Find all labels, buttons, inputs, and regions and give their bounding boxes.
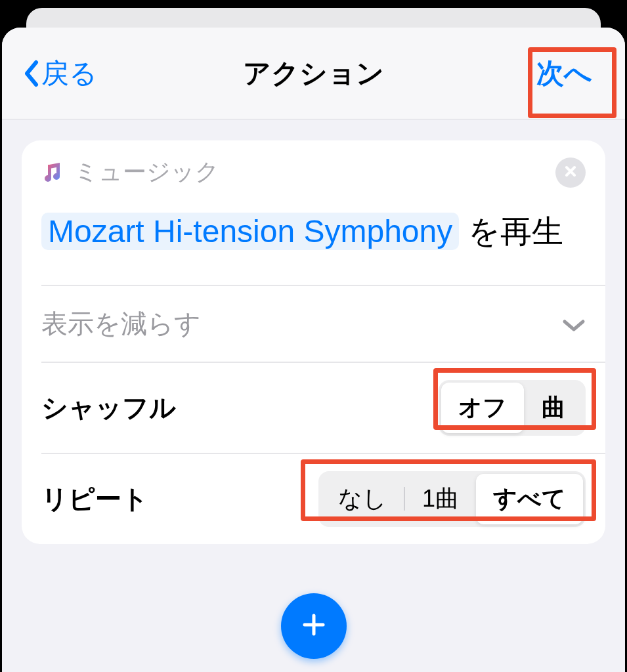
show-less-label: 表示を減らす — [41, 306, 201, 342]
card-header: ミュージック — [22, 140, 605, 200]
app-name-label: ミュージック — [74, 156, 219, 188]
highlight-annotation — [528, 47, 616, 118]
action-card: ミュージック Mozart Hi-tension Symphony を再生 表示… — [22, 140, 605, 544]
chevron-left-icon — [22, 59, 40, 88]
shuffle-option-songs[interactable]: 曲 — [524, 383, 583, 433]
music-icon — [41, 161, 65, 184]
add-action-button[interactable] — [281, 593, 347, 659]
repeat-segmented-control[interactable]: なし 1曲 すべて — [318, 471, 586, 527]
repeat-option-none[interactable]: なし — [321, 474, 404, 524]
chevron-down-icon — [562, 309, 586, 339]
repeat-label: リピート — [41, 481, 148, 517]
play-suffix: を再生 — [459, 214, 563, 249]
repeat-option-all[interactable]: すべて — [476, 474, 583, 524]
back-label: 戻る — [41, 55, 97, 92]
shuffle-option-off[interactable]: オフ — [441, 383, 524, 433]
modal-sheet: 戻る アクション 次へ ミ — [2, 28, 625, 672]
shuffle-label: シャッフル — [41, 390, 176, 426]
plus-icon — [299, 610, 328, 642]
music-token[interactable]: Mozart Hi-tension Symphony — [41, 213, 459, 250]
page-title: アクション — [243, 55, 384, 92]
shuffle-segmented-control[interactable]: オフ 曲 — [439, 380, 586, 436]
close-button[interactable] — [555, 158, 586, 188]
action-description: Mozart Hi-tension Symphony を再生 — [22, 200, 605, 285]
app-label: ミュージック — [41, 156, 219, 188]
close-icon — [563, 164, 578, 181]
repeat-option-one[interactable]: 1曲 — [405, 474, 476, 524]
repeat-row: リピート なし 1曲 すべて — [22, 454, 605, 544]
shuffle-row: シャッフル オフ 曲 — [22, 363, 605, 453]
show-less-row[interactable]: 表示を減らす — [22, 286, 605, 362]
back-button[interactable]: 戻る — [22, 55, 97, 92]
